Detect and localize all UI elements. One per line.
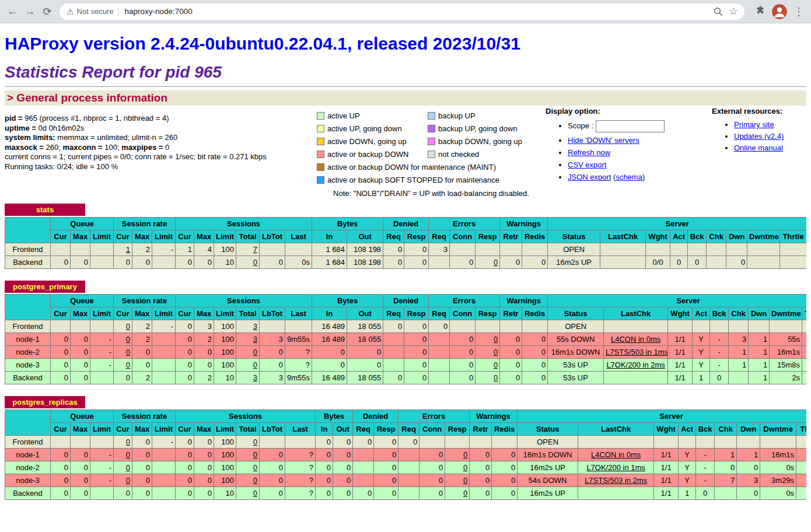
- cell-lastchk: L7STS/503 in 2ms: [578, 474, 654, 487]
- cell-status: 54s DOWN: [518, 474, 578, 487]
- cell-warn-retr: 0: [470, 449, 492, 461]
- cell-err-resp: 0: [445, 487, 470, 500]
- col-total: Total: [236, 423, 260, 436]
- cell-status: 16m2s UP: [518, 461, 578, 474]
- cell-act: 1: [693, 372, 710, 384]
- url-text[interactable]: haproxy-node:7000: [124, 7, 711, 16]
- cell-q-cur: 0: [51, 474, 71, 487]
- corner-cell: [5, 295, 51, 320]
- maxsock-label: maxsock =: [5, 143, 46, 152]
- csv-export-link[interactable]: CSV export: [568, 160, 606, 169]
- colgroup-bytes: Bytes: [312, 295, 383, 307]
- col-resp: Resp: [476, 307, 500, 320]
- cell-err-req: [429, 359, 450, 372]
- json-export-link[interactable]: JSON export: [568, 173, 611, 181]
- cell-q-cur: 0: [51, 487, 71, 500]
- process-info: pid = 965 (process #1, nbproc = 1, nbthr…: [5, 107, 317, 172]
- cell-err-req: [429, 333, 450, 346]
- table-row-backend: Backend00020210339m55s16 48918 055000000…: [5, 372, 807, 384]
- proxy-name-tab: postgres_replicas: [5, 396, 85, 408]
- swatch-backup-up: [428, 112, 435, 120]
- cell-warn-redis: [522, 320, 548, 333]
- cell-status: 16m2s UP: [518, 487, 578, 500]
- option-json: JSON export (schema): [568, 173, 712, 181]
- cell-denied-req: 0: [353, 436, 374, 449]
- col-max: Max: [132, 230, 152, 243]
- pid-value: 965 (process #1, nbproc = 1, nbthread = …: [25, 114, 169, 123]
- cell-dwn: 0: [737, 461, 760, 474]
- col-redis: Redis: [522, 307, 548, 320]
- col-cur: Cur: [176, 307, 194, 320]
- col-cur: Cur: [51, 423, 71, 436]
- reload-button[interactable]: ⟳: [39, 3, 56, 20]
- zoom-icon[interactable]: [711, 4, 726, 19]
- cell-sess-max: 0: [194, 474, 214, 487]
- haproxy-version-link[interactable]: HAProxy version 2.4.24-0ubuntu0.22.04.1,…: [5, 34, 520, 53]
- table-row-backend: Backend0000001000?0000000016m2s UP1/1100…: [5, 487, 807, 500]
- cell-q-limit: [90, 320, 114, 333]
- cell-lastchk: [578, 487, 654, 500]
- profile-avatar[interactable]: [772, 4, 787, 19]
- cell-act: Y: [679, 474, 696, 487]
- cell-rate-cur: 0: [114, 372, 132, 384]
- cell-act: Y: [693, 346, 710, 359]
- cell-err-resp: 0: [476, 333, 500, 346]
- json-schema-link[interactable]: schema: [616, 173, 642, 181]
- address-bar[interactable]: ⚠ Not secure haproxy-node:7000 ☆: [60, 4, 744, 20]
- cell-warn-retr: 0: [470, 474, 492, 487]
- forward-button[interactable]: →: [21, 3, 39, 20]
- refresh-link[interactable]: Refresh now: [568, 148, 610, 157]
- row-name: Backend: [5, 487, 51, 500]
- cell-sess-last: ?: [285, 359, 312, 372]
- proxy-name-link[interactable]: postgres_primary: [13, 282, 77, 291]
- cell-rate-max: 2: [132, 372, 152, 384]
- colgroup-queue: Queue: [51, 295, 114, 307]
- cell-rate-cur: 0: [114, 256, 132, 269]
- cell-bytes-in: 0: [316, 449, 333, 461]
- cell-act: Y: [693, 359, 710, 372]
- colgroup-warnings: Warnings: [500, 218, 548, 230]
- warning-icon: ⚠: [67, 7, 74, 16]
- cell-lastchk: [600, 243, 646, 256]
- scope-input[interactable]: [596, 120, 665, 132]
- cell-dwn: [726, 243, 747, 256]
- cell-bytes-in: 0: [316, 474, 333, 487]
- hide-down-link[interactable]: Hide 'DOWN' servers: [568, 136, 639, 145]
- maxconn-value: 100;: [104, 143, 121, 152]
- colgroup-queue: Queue: [51, 410, 114, 423]
- cell-warn-redis: 0: [522, 256, 548, 269]
- resource-updates: Updates (v2.4): [734, 132, 806, 141]
- colgroup-bytes: Bytes: [316, 410, 353, 423]
- col-max: Max: [132, 423, 152, 436]
- cell-weight: 1/1: [654, 461, 679, 474]
- col-limit: Limit: [152, 230, 176, 243]
- cell-err-resp: [476, 320, 500, 333]
- primary-site-link[interactable]: Primary site: [734, 120, 774, 129]
- bookmark-star-icon[interactable]: ☆: [726, 4, 741, 19]
- cell-warn-redis: 0: [522, 346, 548, 359]
- table-row-node-2: node-200-000010000?000000016m1s DOWNL7ST…: [5, 346, 807, 359]
- resource-manual: Online manual: [734, 144, 806, 152]
- updates-link[interactable]: Updates (v2.4): [734, 132, 784, 141]
- cell-weight: [654, 436, 679, 449]
- cell-bytes-out: 0: [333, 436, 353, 449]
- cell-warn-retr: [500, 320, 522, 333]
- cell-sess-lbtot: [260, 243, 285, 256]
- back-button[interactable]: ←: [4, 3, 21, 20]
- online-manual-link[interactable]: Online manual: [734, 144, 783, 152]
- extensions-button[interactable]: [751, 3, 769, 20]
- menu-button[interactable]: ⋮: [790, 3, 807, 20]
- col-lbtot: LbTot: [260, 307, 285, 320]
- legend-row: active UP, going downbackup UP, going do…: [317, 122, 546, 135]
- conns-line: current conns = 1; current pipes = 0/0; …: [5, 152, 317, 162]
- proxy-name-link[interactable]: stats: [36, 205, 54, 214]
- cell-err-conn: 0: [450, 256, 476, 269]
- not-secure-label[interactable]: Not secure: [77, 7, 114, 16]
- legend-label: backup UP: [438, 111, 476, 120]
- col-cur: Cur: [51, 230, 71, 243]
- cell-thrtle: [796, 449, 806, 461]
- cell-dwntme: 3m29s: [760, 474, 796, 487]
- display-options-list: Scope : Hide 'DOWN' servers Refresh now …: [546, 120, 712, 181]
- cell-denied-resp: 0: [404, 333, 429, 346]
- proxy-name-link[interactable]: postgres_replicas: [12, 398, 77, 407]
